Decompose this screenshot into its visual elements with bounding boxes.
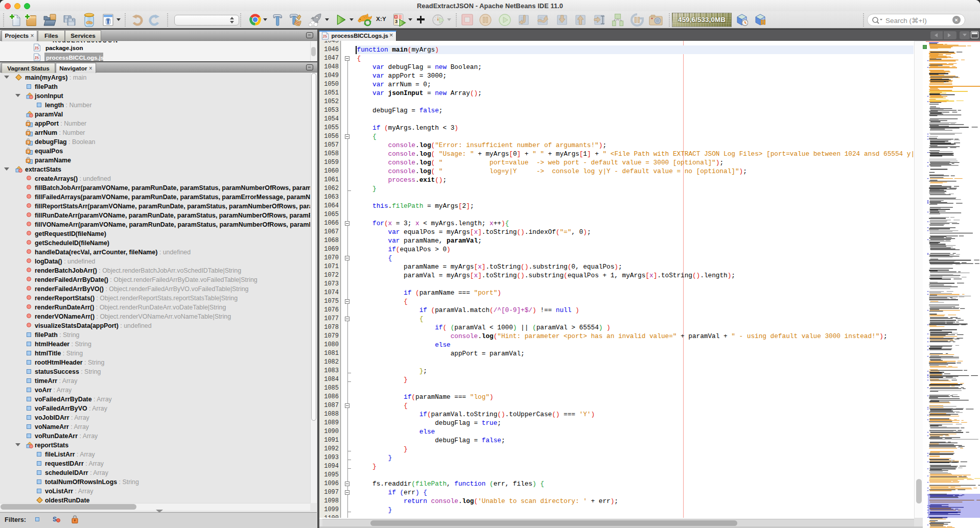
svg-text:JS: JS <box>35 46 39 51</box>
svg-text:T: T <box>28 150 30 153</box>
svg-text:T: T <box>28 141 30 144</box>
svg-text:T: T <box>28 132 30 135</box>
svg-text:3: 3 <box>395 19 398 25</box>
svg-text:JS: JS <box>323 34 328 39</box>
svg-text:T: T <box>28 123 30 126</box>
svg-text:T: T <box>28 159 30 162</box>
svg-text:JS: JS <box>35 56 39 60</box>
